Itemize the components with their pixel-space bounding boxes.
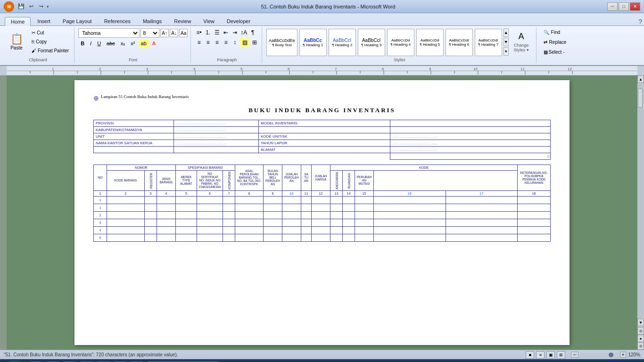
row-num-2: 2: [94, 211, 107, 219]
select-button[interactable]: ▦ Select -: [540, 48, 568, 56]
style-heading2[interactable]: AaBbCcI ¶ Heading 2: [329, 29, 356, 56]
style-heading5[interactable]: AaBbCcDd ¶ Heading 5: [416, 29, 444, 56]
font-size-select[interactable]: 8: [140, 28, 159, 38]
row-num-4: 4: [94, 226, 107, 234]
style-heading3[interactable]: AaBbCcI ¶ Heading 3: [358, 29, 385, 56]
tab-mailings[interactable]: Mailings: [137, 17, 167, 25]
para-row1: ≡• 1. ☰ ⇤ ⇥ ↕A ¶: [195, 28, 257, 37]
info-unit-value: .................................: [174, 133, 259, 140]
info-empty-value: [174, 147, 259, 153]
text-highlight-btn[interactable]: ab: [139, 39, 149, 48]
clipboard-small-btns: ✂ Cut ⎘ Copy 🖌 Format Painter: [29, 28, 71, 55]
copy-button[interactable]: ⎘ Copy: [29, 37, 71, 46]
redo-btn[interactable]: ↪: [37, 3, 45, 10]
font-grow-btn[interactable]: A↑: [160, 29, 169, 37]
clear-format-btn[interactable]: Aa: [179, 29, 188, 37]
row-header-num: 1: [94, 196, 107, 204]
strikethrough-btn[interactable]: abc: [104, 39, 117, 48]
ruler-main: 1 2 3 4 5 6 7 8 9 10 11 12: [7, 66, 637, 75]
style-body-text[interactable]: AaBbCcDdEe ¶ Body Text: [266, 29, 297, 56]
office-logo: W: [4, 1, 14, 12]
minimize-btn[interactable]: ─: [607, 2, 618, 11]
tab-insert[interactable]: Insert: [32, 17, 56, 25]
line-spacing-btn[interactable]: ↕: [231, 38, 239, 47]
data-row-header: 1: [94, 196, 551, 204]
save-quick-btn[interactable]: 💾: [17, 3, 25, 10]
outline-btn[interactable]: ⊞: [557, 351, 565, 359]
tab-developer[interactable]: Developer: [221, 17, 256, 25]
scroll-up-btn[interactable]: ▲: [637, 75, 644, 83]
select-browse-btn[interactable]: ●: [637, 335, 644, 342]
web-layout-btn[interactable]: ▣: [546, 351, 555, 359]
format-painter-button[interactable]: 🖌 Format Painter: [29, 46, 71, 55]
close-btn[interactable]: ✕: [630, 2, 640, 11]
change-styles-button[interactable]: A ChangeStyles ▾: [510, 28, 533, 56]
maximize-btn[interactable]: □: [619, 2, 629, 11]
next-page-btn[interactable]: ⊙: [637, 342, 644, 350]
style-heading7[interactable]: AaBbCcDdI ¶ Heading 7: [475, 29, 502, 56]
align-center-btn[interactable]: ≡: [204, 38, 212, 47]
styles-scroll-down-btn[interactable]: ▼: [504, 38, 509, 46]
tab-references[interactable]: References: [99, 17, 136, 25]
info-model-label: MODEL INVENTARIS: [259, 120, 390, 127]
full-screen-btn[interactable]: ≡: [536, 351, 545, 359]
zoom-out-btn[interactable]: ─: [571, 352, 578, 358]
scroll-down-btn[interactable]: ▼: [637, 319, 644, 326]
styles-more-btn[interactable]: ▾: [504, 47, 509, 56]
font-name-select[interactable]: Tahoma: [78, 28, 140, 38]
border-btn[interactable]: ⊞: [250, 38, 259, 47]
ruler-svg: 1 2 3 4 5 6 7 8 9 10 11 12: [7, 66, 637, 75]
find-button[interactable]: 🔍 Find: [540, 28, 563, 36]
svg-rect-1: [7, 71, 637, 71]
numbering-btn[interactable]: 1.: [204, 28, 212, 37]
font-label: Font: [78, 58, 188, 62]
scroll-track[interactable]: [638, 84, 644, 318]
ribbon-help-icon[interactable]: ?: [638, 18, 644, 25]
style-heading6[interactable]: AaBbCcDdI ¶ Heading 6: [446, 29, 473, 56]
col-kode-group: KODE: [330, 165, 518, 171]
replace-icon: ⇄: [544, 40, 547, 45]
font-shrink-btn[interactable]: A↓: [170, 29, 178, 37]
bold-btn[interactable]: B: [78, 39, 87, 48]
tab-home[interactable]: Home: [5, 17, 31, 26]
justify-btn[interactable]: ≡: [222, 38, 230, 47]
font-color-btn[interactable]: A: [150, 39, 158, 48]
tab-view[interactable]: View: [198, 17, 220, 25]
show-marks-btn[interactable]: ¶: [248, 28, 257, 37]
multilevel-btn[interactable]: ☰: [213, 28, 221, 37]
zoom-in-btn[interactable]: +: [620, 352, 627, 358]
style-heading4[interactable]: AaBbCcDd ¶ Heading 4: [387, 29, 414, 56]
sort-btn[interactable]: ↕A: [239, 28, 248, 37]
col-register: REGISTER: [145, 171, 157, 191]
undo-btn[interactable]: ↩: [27, 3, 35, 10]
scroll-thumb[interactable]: [638, 89, 643, 107]
paste-button[interactable]: 📋 Paste: [5, 28, 28, 56]
main-table: NO NOMOR SPESIFIKASI BARANG ASAL PEROLEH…: [93, 165, 551, 242]
shading-btn[interactable]: ▨: [239, 38, 250, 47]
info-blank-value: [390, 127, 551, 133]
right-scrollbar[interactable]: ▲ ▼ ⊙ ● ⊙: [637, 75, 644, 350]
bullets-btn[interactable]: ≡•: [195, 28, 203, 37]
svg-text:7: 7: [335, 67, 337, 71]
replace-button[interactable]: ⇄ Replace: [540, 38, 570, 46]
document-scroll[interactable]: ⊕ Lampiran 51 Contoh Buku Induk Barang I…: [7, 75, 637, 350]
prev-page-btn[interactable]: ⊙: [637, 327, 644, 335]
zoom-slider[interactable]: [580, 353, 618, 357]
tab-review[interactable]: Review: [168, 17, 197, 25]
cut-button[interactable]: ✂ Cut: [29, 28, 71, 37]
print-layout-btn[interactable]: ■: [526, 351, 534, 359]
tab-page-layout[interactable]: Page Layout: [57, 17, 98, 25]
superscript-btn[interactable]: x²: [128, 39, 137, 48]
subscript-btn[interactable]: x₂: [118, 39, 128, 48]
align-left-btn[interactable]: ≡: [195, 38, 203, 47]
decrease-indent-btn[interactable]: ⇤: [222, 28, 230, 37]
align-right-btn[interactable]: ≡: [213, 38, 221, 47]
info-provinsi-value: .................................: [174, 120, 259, 127]
style-heading1[interactable]: AaBbCc ¶ Heading 1: [299, 29, 327, 56]
italic-btn[interactable]: I: [88, 39, 94, 48]
paste-icon: 📋: [10, 34, 23, 44]
underline-btn[interactable]: U: [95, 39, 103, 48]
increase-indent-btn[interactable]: ⇥: [231, 28, 239, 37]
styles-scroll-up-btn[interactable]: ▲: [504, 28, 509, 37]
info-unit-label: UNIT: [94, 133, 174, 140]
